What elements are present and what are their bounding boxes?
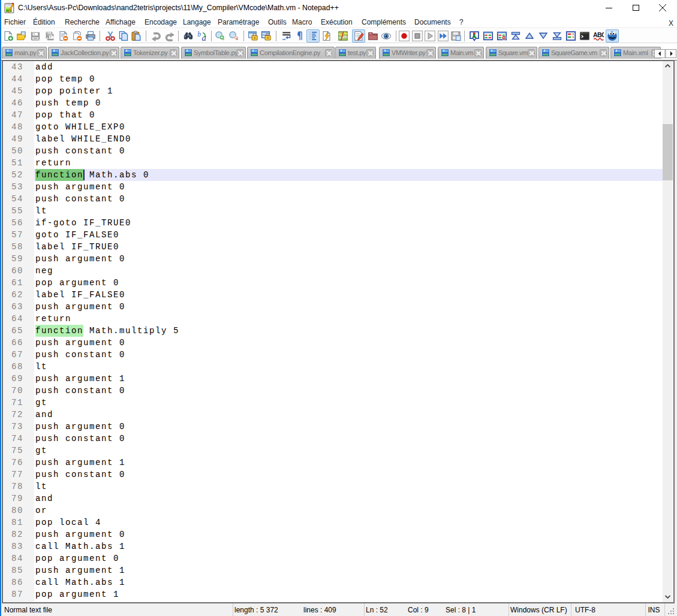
svg-text:ABC: ABC xyxy=(593,31,604,38)
svg-text:b: b xyxy=(197,31,201,38)
